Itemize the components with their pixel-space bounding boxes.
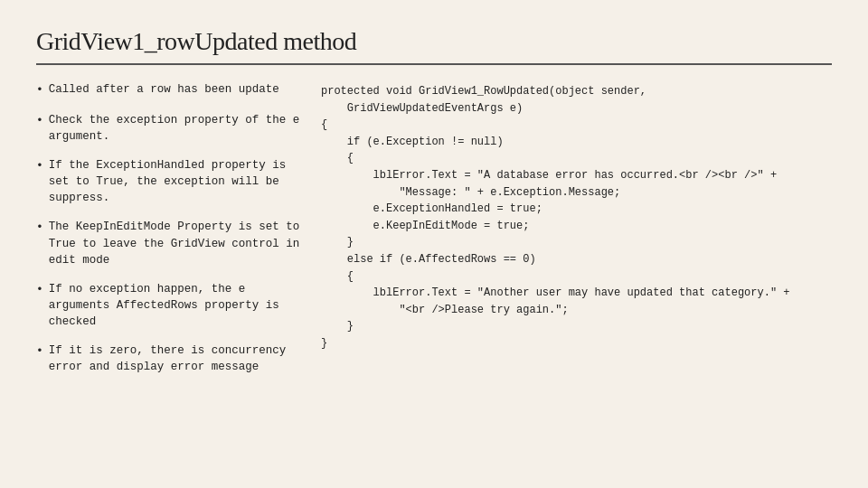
bullet-item: •Called after a row has been update bbox=[36, 81, 303, 99]
bullet-item: •Check the exception property of the e a… bbox=[36, 112, 303, 145]
bullet-dot: • bbox=[36, 82, 43, 99]
divider bbox=[36, 63, 832, 65]
bullet-dot: • bbox=[36, 158, 43, 175]
bullet-dot: • bbox=[36, 282, 43, 299]
bullet-text: If it is zero, there is concurrency erro… bbox=[49, 343, 303, 375]
bullet-item: •If the ExceptionHandled property is set… bbox=[36, 157, 303, 206]
bullet-dot: • bbox=[36, 113, 43, 130]
bullet-item: •The KeepInEditMode Property is set to T… bbox=[36, 219, 303, 267]
bullet-item: •If no exception happen, the e arguments… bbox=[36, 281, 303, 330]
slide-title: GridView1_rowUpdated method bbox=[36, 27, 832, 56]
bullet-text: If no exception happen, the e arguments … bbox=[49, 281, 303, 330]
bullet-text: Check the exception property of the e ar… bbox=[49, 112, 303, 145]
bullet-item: •If it is zero, there is concurrency err… bbox=[36, 343, 303, 375]
bullet-text: If the ExceptionHandled property is set … bbox=[49, 157, 303, 206]
code-panel: protected void GridView1_RowUpdated(obje… bbox=[321, 81, 832, 443]
bullet-list: •Called after a row has been update•Chec… bbox=[36, 81, 303, 443]
bullet-text: The KeepInEditMode Property is set to Tr… bbox=[49, 219, 303, 267]
bullet-dot: • bbox=[36, 220, 43, 237]
content-area: •Called after a row has been update•Chec… bbox=[36, 81, 832, 443]
bullet-text: Called after a row has been update bbox=[49, 81, 303, 98]
bullet-dot: • bbox=[36, 343, 43, 361]
slide: GridView1_rowUpdated method •Called afte… bbox=[0, 0, 868, 488]
